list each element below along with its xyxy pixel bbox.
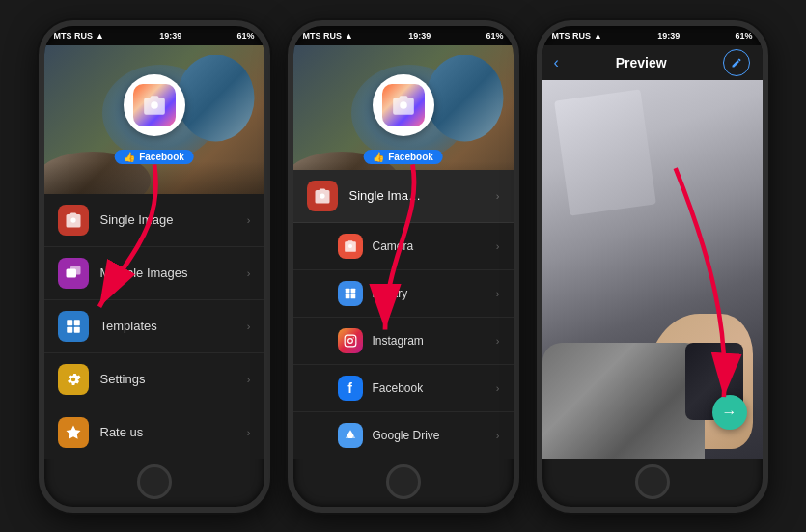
svg-rect-13 <box>350 294 355 298</box>
single-image-label: Single Image <box>100 212 247 227</box>
battery-1: 61% <box>236 31 254 41</box>
templates-chevron: › <box>247 321 251 332</box>
app-icon-inner-1 <box>133 84 176 126</box>
menu-item-multiple-images[interactable]: Multiple Images › <box>44 247 264 300</box>
facebook-chevron: › <box>496 382 500 394</box>
app-icon-2[interactable] <box>373 74 434 136</box>
library-label: Library <box>373 287 496 300</box>
home-button-1[interactable] <box>137 464 172 499</box>
rate-chevron: › <box>247 427 251 438</box>
library-chevron: › <box>496 288 500 299</box>
templates-label: Templates <box>100 319 247 333</box>
rate-label: Rate us <box>100 425 247 439</box>
submenu-library[interactable]: Library › <box>293 270 514 318</box>
menu-item-single-image-2[interactable]: Single Ima… › <box>293 170 514 223</box>
home-button-3[interactable] <box>635 464 670 499</box>
status-bar-3: MTS RUS ▲ 19:39 61% <box>542 26 763 45</box>
single-image-chevron: › <box>247 214 251 226</box>
status-bar-1: MTS RUS ▲ 19:39 61% <box>44 26 264 45</box>
single-image-chevron-2: › <box>496 190 500 202</box>
svg-point-15 <box>347 338 352 343</box>
facebook-label: Facebook <box>373 381 496 395</box>
fb-badge-text-2: Facebook <box>388 152 433 162</box>
preview-image: → <box>542 80 763 459</box>
app-icon-1[interactable] <box>124 74 185 136</box>
svg-rect-2 <box>70 266 81 274</box>
carrier-text-2: MTS RUS <box>303 31 343 41</box>
svg-rect-3 <box>67 320 72 325</box>
main-menu-2: Single Ima… › Camera › <box>293 170 514 459</box>
preview-title: Preview <box>616 55 667 70</box>
instagram-label: Instagram <box>373 334 496 348</box>
preview-header: ‹ Preview <box>542 45 763 80</box>
settings-label: Settings <box>100 372 247 386</box>
arrow-right-icon: → <box>722 404 737 421</box>
svg-rect-11 <box>350 288 355 293</box>
submenu-google-drive[interactable]: Google Drive › <box>293 412 514 459</box>
single-image-icon-2 <box>307 181 338 211</box>
submenu-camera[interactable]: Camera › <box>293 223 514 270</box>
next-button[interactable]: → <box>712 395 747 430</box>
multiple-images-icon <box>58 258 89 289</box>
back-button[interactable]: ‹ <box>554 54 559 71</box>
carrier-signal-2: MTS RUS ▲ <box>303 31 353 41</box>
rate-icon <box>58 417 89 448</box>
battery-2: 61% <box>486 31 503 41</box>
settings-icon <box>58 364 89 395</box>
fb-badge-1[interactable]: 👍 Facebook <box>114 150 194 164</box>
submenu-facebook[interactable]: f Facebook › <box>293 365 514 412</box>
templates-icon <box>58 311 89 342</box>
camera-label: Camera <box>373 239 496 253</box>
thumbs-icon-1: 👍 <box>124 152 135 162</box>
app-icon-inner-2 <box>382 84 425 126</box>
signal-icon-2: ▲ <box>345 31 353 41</box>
phone-2: MTS RUS ▲ 19:39 61% 👍 Facebook <box>288 20 519 513</box>
menu-item-templates[interactable]: Templates › <box>44 300 264 353</box>
status-bar-2: MTS RUS ▲ 19:39 61% <box>293 26 514 45</box>
phone-3: MTS RUS ▲ 19:39 61% ‹ Preview <box>537 20 768 513</box>
bird-decoration-2 <box>427 55 504 142</box>
instagram-icon <box>338 328 363 353</box>
thumbs-icon-2: 👍 <box>373 152 384 162</box>
bird-decoration <box>178 55 255 142</box>
google-drive-icon <box>338 423 363 448</box>
signal-icon-1: ▲ <box>96 31 104 41</box>
multiple-images-label: Multiple Images <box>100 266 247 280</box>
signal-icon-3: ▲ <box>594 31 602 41</box>
settings-chevron: › <box>247 374 251 385</box>
carrier-signal-1: MTS RUS ▲ <box>54 31 104 41</box>
main-menu-1: Single Image › Multiple Images › <box>44 194 264 459</box>
carrier-text-3: MTS RUS <box>552 31 592 41</box>
carrier-signal-3: MTS RUS ▲ <box>552 31 602 41</box>
multiple-images-chevron: › <box>247 267 251 279</box>
menu-item-rate[interactable]: Rate us › <box>44 406 264 459</box>
svg-rect-14 <box>345 335 356 347</box>
time-2: 19:39 <box>408 31 431 41</box>
facebook-icon: f <box>338 376 363 401</box>
carrier-text-1: MTS RUS <box>54 31 94 41</box>
battery-3: 61% <box>735 31 752 41</box>
single-image-icon <box>58 205 89 236</box>
preview-screen: → <box>542 80 763 459</box>
camera-icon <box>338 234 363 259</box>
edit-button[interactable] <box>723 49 750 76</box>
submenu-instagram[interactable]: Instagram › <box>293 318 514 365</box>
screen-2: 👍 Facebook Single Ima… › <box>293 45 514 459</box>
library-icon <box>338 281 363 306</box>
svg-point-16 <box>352 337 353 338</box>
menu-item-settings[interactable]: Settings › <box>44 353 264 406</box>
menu-item-single-image[interactable]: Single Image › <box>44 194 264 247</box>
time-1: 19:39 <box>159 31 181 41</box>
phone-1: MTS RUS ▲ 19:39 61% 👍 Facebook <box>39 20 270 513</box>
instagram-chevron: › <box>496 335 500 347</box>
svg-rect-4 <box>73 320 79 325</box>
screen-1: 👍 Facebook Single Image › <box>44 45 264 459</box>
svg-rect-5 <box>67 326 72 332</box>
svg-rect-10 <box>345 288 349 293</box>
time-3: 19:39 <box>657 31 680 41</box>
home-button-2[interactable] <box>386 464 421 499</box>
google-drive-label: Google Drive <box>373 429 496 442</box>
google-drive-chevron: › <box>496 430 500 441</box>
fb-badge-2[interactable]: 👍 Facebook <box>363 150 443 164</box>
svg-rect-12 <box>345 294 349 298</box>
